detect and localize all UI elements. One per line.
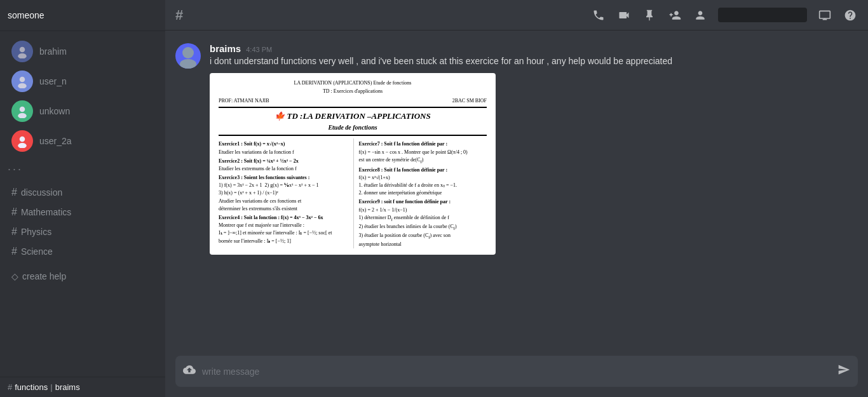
attach-icon[interactable] (183, 356, 196, 387)
search-input[interactable] (718, 8, 807, 22)
current-channel-hash: # (8, 382, 12, 392)
attachment-main-title: 🍁 TD :LA DERIVATION –APPLICATIONS (219, 111, 487, 122)
ex4-title: Exercice4 : Soit la fonction : f(x) = 4x… (219, 214, 347, 221)
svg-point-3 (18, 83, 26, 88)
avatar-user_2a (11, 130, 33, 152)
send-icon[interactable] (837, 363, 850, 379)
username-user_2a: user_2a (39, 136, 72, 146)
ex9-text5: asymptote horizontal (359, 241, 487, 248)
main-area: # (165, 0, 868, 397)
attachment-title-line1: LA DERIVATION (APPLICATIONS) Etude de fo… (219, 79, 487, 86)
ex8-text1: f(x) = x²√(1+x) (359, 174, 487, 181)
channel-hash-icon: # (11, 246, 17, 257)
svg-point-5 (18, 113, 26, 118)
phone-icon[interactable] (591, 8, 606, 23)
channel-hash-icon: # (11, 226, 17, 238)
current-channel-name: functions (15, 382, 48, 392)
attachment-right: Exercice7 : Soit f la fonction définie p… (353, 138, 487, 248)
ex9-text3: 2) étudier les branches infinies de la c… (359, 223, 487, 231)
svg-point-0 (20, 47, 25, 53)
message-avatar-braims (175, 43, 201, 69)
profile-icon[interactable] (693, 8, 708, 23)
message-input[interactable] (202, 359, 831, 384)
channel-list: # discussion # Mathematics # Physics # S… (0, 177, 165, 267)
attachment-left: Exercice1 : Soit f(x) = x√(x²−x) Etudier… (219, 138, 347, 248)
channel-hash-icon: # (11, 187, 17, 198)
svg-rect-8 (820, 11, 831, 18)
ex4-text2: I₁ = ]−∞;1] et minorée sur l'intervalle … (219, 229, 347, 236)
ex3-text1: 1) f(x) = 3x² − 2x + 1 2) g(x) = ⅓x³ − x… (219, 182, 347, 189)
attachment-divider (219, 107, 487, 108)
message-content: braims 4:43 PM i dont understand functio… (210, 43, 858, 255)
ex7-text2: est un centre de symétrie de(Cf) (359, 156, 487, 165)
channel-hash-icon: # (11, 206, 17, 218)
more-indicator: ... (0, 156, 165, 177)
sidebar-server-name: someone (8, 10, 44, 20)
ex3-text4: déterminer les extremums s'ils existent (219, 205, 347, 212)
attachment-body: Exercice1 : Soit f(x) = x√(x²−x) Etudier… (219, 138, 487, 248)
message-time: 4:43 PM (246, 46, 272, 53)
avatar-user_n (11, 71, 33, 92)
svg-point-7 (18, 143, 26, 148)
svg-point-6 (20, 137, 25, 142)
channel-label-science: Science (21, 246, 53, 257)
topbar-hash-icon: # (175, 7, 183, 24)
screen-share-icon[interactable] (817, 8, 832, 23)
ex3-text2: 3) h(x) = (x² + x + 1) / (x−1)² (219, 189, 347, 196)
channel-item-discussion[interactable]: # discussion (4, 183, 161, 202)
attachment-prof: PROF: ATMANI NAJIB (219, 97, 269, 104)
user-list: brahim user_n unkown user_2a ... # disc (0, 31, 165, 377)
diamond-icon: ◇ (11, 271, 18, 281)
ex2-text: Etudier les extremums de la fonction f (219, 165, 347, 172)
create-help-item[interactable]: ◇ create help (4, 267, 161, 285)
ex3-title: Exercice3 : Soient les fonctions suivant… (219, 174, 347, 181)
attachment-subtitle: Etude de fonctions (219, 123, 487, 132)
ex7-text1: f(x) = −sin x − cos x . Montrer que le p… (359, 149, 487, 156)
channel-item-physics[interactable]: # Physics (4, 222, 161, 241)
pin-icon[interactable] (642, 8, 657, 23)
ex4-text3: bornée sur l'intervalle : I₃ = [−½; 1] (219, 238, 347, 245)
message-input-wrap (175, 356, 858, 387)
topbar: # (165, 0, 868, 30)
channel-label-mathematics: Mathematics (21, 207, 71, 217)
avatar-unkown (11, 100, 33, 122)
avatar-brahim (11, 41, 33, 62)
username-user_n: user_n (39, 76, 67, 86)
current-channel-footer: # functions | braims (0, 377, 165, 397)
ex9-text1: f(x) = 2 + 1/x − 1/(x−1) (359, 206, 487, 213)
current-channel-user: braims (55, 382, 80, 392)
sidebar-header: someone (0, 0, 165, 31)
user-item-user_2a[interactable]: user_2a (4, 126, 161, 156)
svg-point-2 (20, 77, 25, 83)
message-text: i dont understand functions very well , … (210, 55, 858, 68)
ex9-text4: 3) étudier la position de courbe (Cf) av… (359, 232, 487, 240)
svg-point-10 (180, 59, 196, 69)
message-group: braims 4:43 PM i dont understand functio… (165, 41, 868, 257)
attachment-class: 2BAC SM BIOF (452, 97, 487, 104)
ex9-text2: 1) déterminer Df ensemble de définition … (359, 214, 487, 222)
attachment-content: LA DERIVATION (APPLICATIONS) Etude de fo… (210, 73, 496, 255)
messages-area: braims 4:43 PM i dont understand functio… (165, 30, 868, 356)
attachment-divider2 (219, 135, 487, 136)
attachment-meta: PROF: ATMANI NAJIB 2BAC SM BIOF (219, 97, 487, 104)
svg-point-1 (18, 53, 26, 58)
sidebar: someone brahim user_n unkown user_2a (0, 0, 165, 397)
svg-point-9 (182, 47, 194, 58)
current-channel-sep: | (50, 382, 52, 392)
ex8-text2: 1. étudier la dérivabilité de f a droite… (359, 182, 487, 189)
ex2-title: Exercice2 : Soit f(x) = ¼x³ + ½x² − 2x (219, 158, 347, 165)
user-item-brahim[interactable]: brahim (4, 37, 161, 66)
channel-item-science[interactable]: # Science (4, 242, 161, 261)
channel-label-discussion: discussion (21, 187, 62, 198)
ex1-title: Exercice1 : Soit f(x) = x√(x²−x) (219, 140, 347, 147)
user-item-user_n[interactable]: user_n (4, 67, 161, 96)
ex8-title: Exercice8 : Soit f la fonction définie p… (359, 166, 487, 173)
message-header: braims 4:43 PM (210, 43, 858, 54)
add-member-icon[interactable] (667, 8, 682, 23)
user-item-unkown[interactable]: unkown (4, 97, 161, 126)
ex7-title: Exercice7 : Soit f la fonction définie p… (359, 140, 487, 147)
channel-item-mathematics[interactable]: # Mathematics (4, 203, 161, 222)
username-brahim: brahim (39, 46, 67, 57)
help-icon[interactable] (843, 8, 858, 23)
video-icon[interactable] (616, 8, 632, 23)
